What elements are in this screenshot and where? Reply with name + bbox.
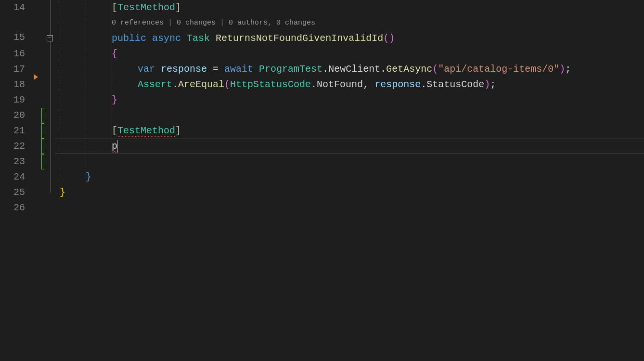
keyword: var xyxy=(138,64,155,75)
enum-member: NotFound xyxy=(317,79,363,90)
code-line[interactable] xyxy=(55,154,644,169)
change-marker xyxy=(41,139,44,154)
line-number: 22 xyxy=(0,139,25,154)
paren: ( xyxy=(383,33,389,44)
code-line[interactable]: { xyxy=(55,46,644,62)
bracket: ] xyxy=(175,2,181,13)
paren: ) xyxy=(389,33,395,44)
line-number: 15 xyxy=(0,15,25,46)
text-caret xyxy=(117,140,118,153)
method-call: AreEqual xyxy=(178,79,224,90)
line-number: 25 xyxy=(0,185,25,200)
attribute: TestMethod xyxy=(117,2,175,13)
change-margin xyxy=(40,0,45,361)
line-number: 26 xyxy=(0,200,25,216)
bracket: [ xyxy=(112,2,117,13)
code-line[interactable] xyxy=(55,200,644,216)
keyword: async xyxy=(152,33,181,44)
incomplete-token: p xyxy=(112,141,117,153)
type: ProgramTest xyxy=(259,64,322,75)
type: Assert xyxy=(138,79,172,90)
brace: { xyxy=(112,48,117,59)
method-call: GetAsync xyxy=(386,64,432,75)
codelens-refs[interactable]: 0 references xyxy=(112,19,164,27)
line-number: 24 xyxy=(0,169,25,185)
code-line[interactable]: Assert.AreEqual(HttpStatusCode.NotFound,… xyxy=(55,77,644,92)
codelens-authors[interactable]: 0 authors, 0 changes xyxy=(229,19,315,27)
code-line[interactable]: p xyxy=(55,139,644,154)
code-line[interactable]: public async Task ReturnsNotFoundGivenIn… xyxy=(55,31,644,46)
brace: } xyxy=(60,187,65,198)
code-editor[interactable]: 14 15 16 17 18 19 20 21 22 23 24 25 26 xyxy=(0,0,644,361)
attribute: TestMethod xyxy=(117,125,175,137)
code-line[interactable]: } xyxy=(55,185,644,200)
property: StatusCode xyxy=(426,79,484,90)
property: NewClient xyxy=(328,64,380,75)
variable: response xyxy=(161,64,207,75)
code-line[interactable]: } xyxy=(55,169,644,185)
breakpoint-icon[interactable] xyxy=(34,74,38,80)
change-marker xyxy=(41,123,44,139)
line-number: 14 xyxy=(0,0,25,15)
line-number: 17 xyxy=(0,62,25,77)
variable: response xyxy=(374,79,421,90)
fold-toggle-icon[interactable]: − xyxy=(47,35,53,41)
line-number: 23 xyxy=(0,154,25,169)
glyph-margin[interactable] xyxy=(31,0,40,361)
brace: } xyxy=(86,171,91,182)
keyword: await xyxy=(224,64,253,75)
type: HttpStatusCode xyxy=(230,79,311,90)
bracket: [ xyxy=(112,125,117,136)
codelens[interactable]: 0 references | 0 changes | 0 authors, 0 … xyxy=(55,15,644,31)
line-number: 16 xyxy=(0,46,25,62)
type: Task xyxy=(187,33,210,44)
line-number: 20 xyxy=(0,108,25,123)
line-number: 19 xyxy=(0,92,25,108)
code-line[interactable]: [TestMethod] xyxy=(55,123,644,139)
change-marker xyxy=(41,154,44,169)
code-line[interactable]: var response = await ProgramTest.NewClie… xyxy=(55,62,644,77)
method-name: ReturnsNotFoundGivenInvalidId xyxy=(216,33,383,44)
brace: } xyxy=(112,94,117,105)
string-literal: "api/catalog-items/0" xyxy=(438,64,559,75)
keyword: public xyxy=(112,33,146,44)
codelens-changes[interactable]: 0 changes xyxy=(177,19,216,27)
line-number: 21 xyxy=(0,123,25,139)
line-number: 18 xyxy=(0,77,25,92)
bracket: ] xyxy=(175,125,181,136)
code-line[interactable] xyxy=(55,108,644,123)
code-line[interactable]: [TestMethod] xyxy=(55,0,644,15)
change-marker xyxy=(41,108,44,123)
outline-margin[interactable]: − xyxy=(45,0,55,361)
code-area[interactable]: [TestMethod] 0 references | 0 changes | … xyxy=(55,0,644,361)
code-line[interactable]: } xyxy=(55,92,644,108)
line-number-gutter: 14 15 16 17 18 19 20 21 22 23 24 25 26 xyxy=(0,0,31,361)
